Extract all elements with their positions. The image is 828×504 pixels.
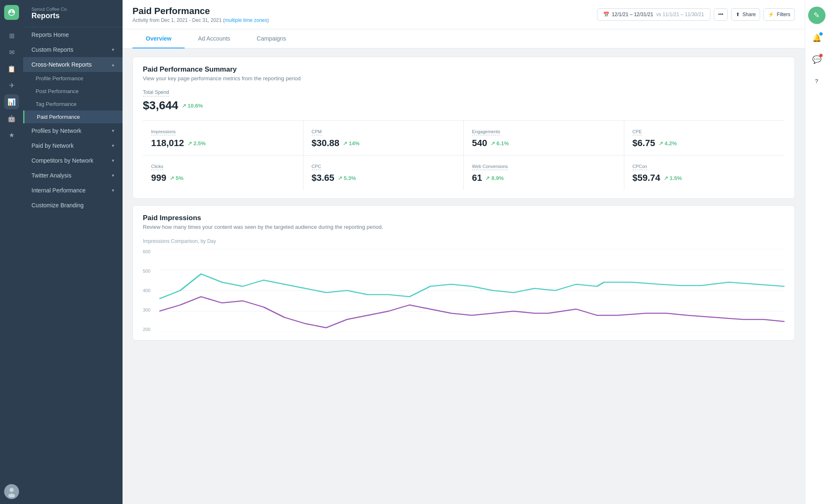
sidebar: Sprout Coffee Co. Reports Reports Home C… bbox=[23, 0, 123, 504]
header-right: 📅 12/1/21 – 12/31/21 vs 11/1/21 – 11/30/… bbox=[597, 8, 795, 21]
web-conv-label: Web Conversions bbox=[472, 164, 508, 170]
impressions-value: 118,012 2.5% bbox=[151, 138, 295, 149]
chevron-down-icon: ▾ bbox=[112, 128, 114, 134]
y-label-500: 500 bbox=[143, 269, 158, 274]
nav-publishing-icon[interactable]: ✈ bbox=[4, 78, 19, 93]
date-range-button[interactable]: 📅 12/1/21 – 12/31/21 vs 11/1/21 – 11/30/… bbox=[597, 8, 710, 21]
nav-bot-icon[interactable]: 🤖 bbox=[4, 111, 19, 126]
web-conv-trend: 8.9% bbox=[485, 175, 503, 181]
compose-button[interactable]: ✎ bbox=[808, 7, 826, 24]
page-subtitle: Activity from Dec 1, 2021 - Dec 31, 2021… bbox=[132, 17, 269, 23]
sidebar-sub-profile-performance[interactable]: Profile Performance bbox=[23, 72, 123, 85]
content-area: Paid Performance Summary View your key p… bbox=[123, 48, 805, 504]
sidebar-item-twitter-analysis[interactable]: Twitter Analysis ▾ bbox=[23, 168, 123, 183]
timezone-link[interactable]: multiple time zones bbox=[225, 17, 267, 23]
nav-reports-icon[interactable]: 📊 bbox=[4, 94, 19, 109]
cpc-label: CPC bbox=[312, 164, 321, 170]
chart-container: 600 500 400 300 200 bbox=[143, 249, 785, 332]
company-name: Sprout Coffee Co. bbox=[31, 7, 114, 12]
metric-cpc: CPC $3.65 5.3% bbox=[303, 156, 464, 190]
metric-web-conversions: Web Conversions 61 8.9% bbox=[464, 156, 624, 190]
nav-star-icon[interactable]: ★ bbox=[4, 127, 19, 142]
impressions-card: Paid Impressions Review how many times y… bbox=[132, 205, 795, 341]
help-button[interactable]: ? bbox=[809, 74, 824, 89]
cpm-trend: 14% bbox=[343, 140, 360, 146]
metric-cpcon: CPCon $59.74 1.5% bbox=[624, 156, 785, 190]
sidebar-item-reports-home[interactable]: Reports Home bbox=[23, 27, 123, 42]
sidebar-item-competitors-by-network[interactable]: Competitors by Network ▾ bbox=[23, 153, 123, 168]
chart-svg-area bbox=[159, 249, 785, 332]
metric-impressions: Impressions 118,012 2.5% bbox=[143, 121, 303, 155]
chevron-down-icon: ▾ bbox=[112, 143, 114, 149]
impressions-label: Impressions bbox=[151, 129, 176, 135]
metric-cpe: CPE $6.75 4.2% bbox=[624, 121, 785, 155]
top-header: Paid Performance Activity from Dec 1, 20… bbox=[123, 0, 805, 29]
y-label-200: 200 bbox=[143, 327, 158, 332]
y-label-400: 400 bbox=[143, 288, 158, 293]
sidebar-sub-post-performance[interactable]: Post Performance bbox=[23, 85, 123, 98]
tab-campaigns[interactable]: Campaigns bbox=[243, 29, 299, 48]
metric-engagements: Engagements 540 6.1% bbox=[464, 121, 624, 155]
chevron-down-icon: ▾ bbox=[112, 158, 114, 163]
main-content: Paid Performance Activity from Dec 1, 20… bbox=[123, 0, 805, 504]
filters-label: Filters bbox=[777, 12, 790, 17]
summary-card: Paid Performance Summary View your key p… bbox=[132, 57, 795, 199]
clicks-trend: 5% bbox=[170, 175, 183, 181]
metrics-grid-row1: Impressions 118,012 2.5% CPM $30.88 14% bbox=[143, 120, 785, 155]
summary-card-subtitle: View your key page performance metrics f… bbox=[143, 75, 785, 82]
sidebar-item-custom-reports[interactable]: Custom Reports ▾ bbox=[23, 42, 123, 57]
sidebar-sub-paid-performance[interactable]: Paid Performance bbox=[23, 110, 123, 123]
total-spend-section: Total Spend $3,644 10.6% bbox=[143, 82, 785, 115]
svg-point-1 bbox=[10, 488, 14, 492]
sidebar-item-internal-performance[interactable]: Internal Performance ▾ bbox=[23, 183, 123, 198]
cpe-trend: 4.2% bbox=[659, 140, 677, 146]
app-logo[interactable] bbox=[4, 5, 19, 20]
filters-button[interactable]: ⚡ Filters bbox=[763, 8, 795, 21]
sidebar-sub-tag-performance[interactable]: Tag Performance bbox=[23, 98, 123, 110]
chat-button[interactable]: 💬 bbox=[809, 52, 824, 67]
tab-ad-accounts[interactable]: Ad Accounts bbox=[185, 29, 243, 48]
sidebar-item-paid-by-network[interactable]: Paid by Network ▾ bbox=[23, 138, 123, 153]
web-conv-value: 61 8.9% bbox=[472, 173, 616, 183]
chart-label: Impressions Comparison, by Day bbox=[143, 238, 785, 244]
notifications-button[interactable]: 🔔 bbox=[809, 31, 824, 46]
filters-icon: ⚡ bbox=[768, 12, 774, 17]
total-spend-value: $3,644 10.6% bbox=[143, 99, 785, 112]
more-options-button[interactable]: ••• bbox=[714, 8, 728, 21]
chevron-down-icon: ▾ bbox=[112, 187, 114, 193]
sidebar-item-customize-branding[interactable]: Customize Branding bbox=[23, 198, 123, 213]
metric-clicks: Clicks 999 5% bbox=[143, 156, 303, 190]
cpe-value: $6.75 4.2% bbox=[633, 138, 777, 149]
y-label-600: 600 bbox=[143, 249, 158, 254]
calendar-icon: 📅 bbox=[603, 12, 609, 17]
sidebar-item-profiles-by-network[interactable]: Profiles by Network ▾ bbox=[23, 123, 123, 138]
chat-badge bbox=[819, 54, 823, 57]
impressions-card-subtitle: Review how many times your content was s… bbox=[143, 224, 785, 230]
date-range-text: 12/1/21 – 12/31/21 vs 11/1/21 – 11/30/21 bbox=[612, 12, 704, 17]
page-title: Paid Performance bbox=[132, 6, 269, 17]
icon-rail: ⊞ ✉ 📋 ✈ 📊 🤖 ★ bbox=[0, 0, 23, 504]
share-icon: ⬆ bbox=[736, 12, 740, 17]
metric-cpm: CPM $30.88 14% bbox=[303, 121, 464, 155]
tabs-bar: Overview Ad Accounts Campaigns bbox=[123, 29, 805, 48]
cross-network-label: Cross-Network Reports bbox=[31, 61, 91, 68]
impressions-card-title: Paid Impressions bbox=[143, 214, 785, 222]
chevron-up-icon: ▴ bbox=[112, 62, 114, 67]
section-name: Reports bbox=[31, 12, 114, 20]
subtitle-text: Activity from Dec 1, 2021 - Dec 31, 2021 bbox=[132, 17, 221, 23]
help-icon: ? bbox=[815, 78, 818, 84]
sidebar-item-cross-network[interactable]: Cross-Network Reports ▴ bbox=[23, 57, 123, 72]
cpm-label: CPM bbox=[312, 129, 322, 135]
custom-reports-label: Custom Reports bbox=[31, 46, 73, 53]
clicks-label: Clicks bbox=[151, 164, 163, 170]
share-button[interactable]: ⬆ Share bbox=[731, 8, 760, 21]
share-label: Share bbox=[742, 12, 756, 17]
nav-home-icon[interactable]: ⊞ bbox=[4, 28, 19, 43]
nav-tasks-icon[interactable]: 📋 bbox=[4, 61, 19, 76]
total-spend-trend: 10.6% bbox=[182, 103, 203, 109]
cpcon-label: CPCon bbox=[633, 164, 647, 170]
nav-inbox-icon[interactable]: ✉ bbox=[4, 45, 19, 60]
avatar[interactable] bbox=[4, 484, 19, 499]
notification-badge bbox=[819, 32, 823, 36]
tab-overview[interactable]: Overview bbox=[132, 29, 185, 48]
